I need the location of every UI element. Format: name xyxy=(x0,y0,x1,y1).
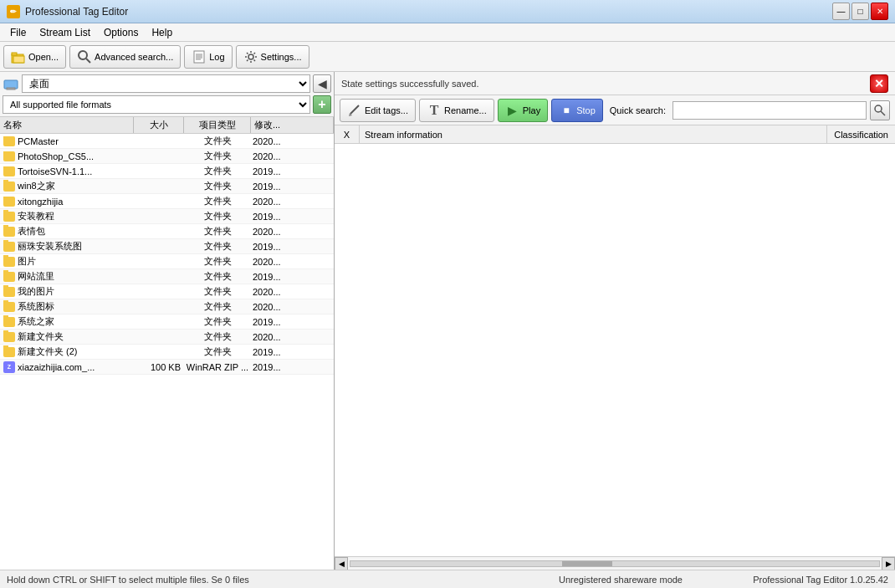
file-modified: 2019... xyxy=(251,317,334,327)
file-row[interactable]: xitongzhijia文件夹2020... xyxy=(0,194,334,209)
scroll-track[interactable] xyxy=(350,560,880,567)
log-button[interactable]: Log xyxy=(184,45,232,69)
open-button[interactable]: Open... xyxy=(3,45,66,69)
stop-label: Stop xyxy=(576,105,596,115)
stream-header-x: X xyxy=(335,125,360,143)
scroll-right-arrow[interactable]: ▶ xyxy=(882,557,895,570)
rename-button[interactable]: T Rename... xyxy=(419,99,494,122)
menu-stream-list[interactable]: Stream List xyxy=(33,25,97,40)
play-label: Play xyxy=(523,105,540,115)
edit-tags-button[interactable]: Edit tags... xyxy=(340,99,416,122)
open-icon xyxy=(11,49,26,64)
menu-help[interactable]: Help xyxy=(145,25,179,40)
quick-search-input[interactable] xyxy=(673,101,867,120)
file-row[interactable]: 系统图标文件夹2020... xyxy=(0,299,334,314)
svg-point-10 xyxy=(248,54,253,59)
header-type: 项目类型 xyxy=(184,117,251,133)
file-modified: 2020... xyxy=(251,227,334,237)
dismiss-status-button[interactable]: ✕ xyxy=(870,74,888,93)
file-type: 文件夹 xyxy=(184,270,251,283)
stop-button[interactable]: ■ Stop xyxy=(551,99,603,122)
minimize-button[interactable]: — xyxy=(832,3,850,20)
stop-icon: ■ xyxy=(559,103,574,118)
svg-rect-2 xyxy=(13,56,24,63)
file-type: 文件夹 xyxy=(184,165,251,177)
scroll-left-arrow[interactable]: ◀ xyxy=(335,557,348,570)
path-select[interactable]: 桌面 xyxy=(22,74,310,93)
file-modified: 2019... xyxy=(251,362,334,372)
main-area: 桌面 ◀ All supported file formats + 名称 大小 … xyxy=(0,72,895,570)
file-modified: 2019... xyxy=(251,166,334,176)
file-row[interactable]: 网站流里文件夹2019... xyxy=(0,269,334,284)
file-name: 新建文件夹 xyxy=(0,330,134,343)
file-modified: 2020... xyxy=(251,151,334,161)
advanced-search-button[interactable]: Advanced search... xyxy=(69,45,181,69)
file-name: xitongzhijia xyxy=(0,197,134,207)
file-modified: 2020... xyxy=(251,287,334,297)
file-row[interactable]: 丽珠安装系统图文件夹2019... xyxy=(0,239,334,254)
file-type: 文件夹 xyxy=(184,345,251,358)
file-row[interactable]: 新建文件夹文件夹2020... xyxy=(0,330,334,345)
add-filter-button[interactable]: + xyxy=(313,95,331,114)
left-controls: 桌面 ◀ All supported file formats + xyxy=(0,72,334,117)
file-row[interactable]: 新建文件夹 (2)文件夹2019... xyxy=(0,345,334,360)
file-name: 系统之家 xyxy=(0,315,134,328)
folder-icon xyxy=(3,136,15,146)
folder-icon xyxy=(3,257,15,267)
status-mid: Unregistered shareware mode xyxy=(537,575,704,585)
left-panel: 桌面 ◀ All supported file formats + 名称 大小 … xyxy=(0,72,335,570)
search-go-button[interactable] xyxy=(870,100,890,120)
file-row[interactable]: 图片文件夹2020... xyxy=(0,254,334,269)
file-modified: 2020... xyxy=(251,332,334,342)
gear-icon xyxy=(243,49,258,64)
status-message: State settings successfully saved. xyxy=(341,79,478,89)
file-row[interactable]: PhotoShop_CS5...文件夹2020... xyxy=(0,149,334,164)
edit-tags-label: Edit tags... xyxy=(365,105,408,115)
right-toolbar: Edit tags... T Rename... ▶ Play ■ Stop Q… xyxy=(335,95,895,125)
rename-icon: T xyxy=(427,103,442,118)
file-type: 文件夹 xyxy=(184,285,251,298)
folder-icon xyxy=(3,212,15,222)
header-size: 大小 xyxy=(134,117,184,133)
file-modified: 2020... xyxy=(251,302,334,312)
file-row[interactable]: win8之家文件夹2019... xyxy=(0,179,334,194)
app-icon: ✏ xyxy=(7,5,20,18)
file-row[interactable]: TortoiseSVN-1.1...文件夹2019... xyxy=(0,164,334,179)
file-type: 文件夹 xyxy=(184,135,251,147)
file-name: 安装教程 xyxy=(0,210,134,222)
file-name: 我的图片 xyxy=(0,285,134,298)
play-icon: ▶ xyxy=(505,103,520,118)
maximize-button[interactable]: □ xyxy=(852,3,869,20)
menu-bar: File Stream List Options Help xyxy=(0,23,895,42)
settings-button[interactable]: Settings... xyxy=(236,45,309,69)
file-row[interactable]: 系统之家文件夹2019... xyxy=(0,314,334,330)
menu-options[interactable]: Options xyxy=(97,25,145,40)
title-bar: ✏ Professional Tag Editor — □ ✕ xyxy=(0,0,895,23)
folder-icon xyxy=(3,332,15,342)
filter-select[interactable]: All supported file formats xyxy=(3,95,310,114)
file-row[interactable]: 安装教程文件夹2019... xyxy=(0,209,334,224)
close-button[interactable]: ✕ xyxy=(871,3,888,20)
file-name: win8之家 xyxy=(0,180,134,192)
svg-rect-12 xyxy=(7,88,15,89)
stream-area: X Stream information Classification ◀ ▶ xyxy=(335,125,895,570)
file-row[interactable]: 表情包文件夹2020... xyxy=(0,224,334,239)
play-button[interactable]: ▶ Play xyxy=(498,99,548,122)
folder-icon xyxy=(3,166,15,176)
nav-back-button[interactable]: ◀ xyxy=(313,74,331,93)
status-left: Hold down CTRL or SHIFT to select multip… xyxy=(7,575,537,585)
file-type: 文件夹 xyxy=(184,195,251,207)
file-row[interactable]: 我的图片文件夹2020... xyxy=(0,284,334,299)
status-message-bar: State settings successfully saved. ✕ xyxy=(335,72,895,95)
folder-icon xyxy=(3,151,15,161)
folder-icon xyxy=(3,182,15,192)
status-bar: Hold down CTRL or SHIFT to select multip… xyxy=(0,570,895,588)
file-row[interactable]: PCMaster文件夹2020... xyxy=(0,134,334,149)
file-row[interactable]: Zxiazaizhijia.com_...100 KBWinRAR ZIP ..… xyxy=(0,360,334,375)
settings-label: Settings... xyxy=(261,52,302,62)
folder-icon xyxy=(3,272,15,282)
folder-icon xyxy=(3,302,15,312)
menu-file[interactable]: File xyxy=(3,25,33,40)
bottom-scrollbar[interactable]: ◀ ▶ xyxy=(335,556,895,570)
scroll-thumb[interactable] xyxy=(562,561,612,566)
